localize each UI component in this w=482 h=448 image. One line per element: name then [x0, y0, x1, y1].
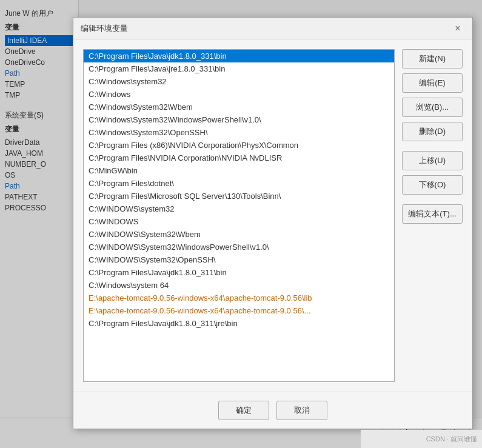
path-list-item[interactable]: C:\Program Files\Java\jdk1.8.0_331\bin — [84, 50, 394, 62]
dialog-title: 编辑环境变量 — [81, 23, 450, 34]
new-button[interactable]: 新建(N) — [402, 49, 463, 69]
path-list-item[interactable]: C:\Program Files\Java\jre1.8.0_331\bin — [84, 62, 394, 75]
dialog-close-button[interactable]: × — [450, 21, 465, 36]
csdn-text: CSDN · 就问谁懂 — [426, 435, 477, 444]
delete-button[interactable]: 删除(D) — [402, 122, 463, 141]
path-list-item[interactable]: E:\apache-tomcat-9.0.56-windows-x64\apac… — [84, 292, 394, 304]
path-list-item[interactable]: C:\Windows — [84, 88, 394, 101]
confirm-button[interactable]: 确定 — [218, 401, 269, 420]
path-list-item[interactable]: C:\Program Files\Microsoft SQL Server\13… — [84, 190, 394, 202]
path-list-container: C:\Program Files\Java\jdk1.8.0_331\binC:… — [83, 49, 395, 382]
path-list-item[interactable]: C:\WINDOWS — [84, 215, 394, 228]
path-list-item[interactable]: C:\Windows\system 64 — [84, 279, 394, 292]
cancel-button[interactable]: 取消 — [276, 401, 327, 420]
path-list-item[interactable]: E:\apache-tomcat-9.0.56-windows-x64\apac… — [84, 304, 394, 317]
move-buttons-group: 上移(U) 下移(O) — [402, 151, 463, 195]
path-list-item[interactable]: C:\Program Files\NVIDIA Corporation\NVID… — [84, 152, 394, 164]
dialog-body: C:\Program Files\Java\jdk1.8.0_331\binC:… — [73, 39, 472, 392]
edit-text-button[interactable]: 编辑文本(T)... — [402, 204, 463, 224]
browse-button[interactable]: 浏览(B)... — [402, 98, 463, 117]
path-list-item[interactable]: C:\Program Files\dotnet\ — [84, 177, 394, 190]
edit-button[interactable]: 编辑(E) — [402, 73, 463, 93]
path-list-item[interactable]: C:\WINDOWS\system32 — [84, 202, 394, 215]
edit-env-dialog: 编辑环境变量 × C:\Program Files\Java\jdk1.8.0_… — [73, 17, 473, 429]
action-buttons-panel: 新建(N) 编辑(E) 浏览(B)... 删除(D) 上移(U) 下移(O) 编… — [402, 49, 463, 382]
path-list-item[interactable]: C:\WINDOWS\System32\Wbem — [84, 228, 394, 241]
path-list-item[interactable]: C:\WINDOWS\System32\WindowsPowerShell\v1… — [84, 241, 394, 253]
path-list-item[interactable]: C:\Windows\System32\Wbem — [84, 101, 394, 113]
path-list-item[interactable]: C:\Windows\System32\OpenSSH\ — [84, 126, 394, 139]
path-list-item[interactable]: C:\Program Files\Java\jdk1.8.0_311\bin — [84, 266, 394, 279]
move-down-button[interactable]: 下移(O) — [402, 175, 463, 195]
path-list-item[interactable]: C:\Windows\system32 — [84, 75, 394, 88]
path-list-item[interactable]: C:\Windows\System32\WindowsPowerShell\v1… — [84, 113, 394, 126]
path-list: C:\Program Files\Java\jdk1.8.0_331\binC:… — [84, 50, 394, 381]
path-list-item[interactable]: C:\MinGW\bin — [84, 164, 394, 177]
dialog-footer: 确定 取消 — [73, 392, 472, 429]
dialog-titlebar: 编辑环境变量 × — [73, 18, 472, 39]
path-list-item[interactable]: C:\WINDOWS\System32\OpenSSH\ — [84, 253, 394, 266]
move-up-button[interactable]: 上移(U) — [402, 151, 463, 170]
path-list-item[interactable]: C:\Program Files (x86)\NVIDIA Corporatio… — [84, 139, 394, 152]
csdn-watermark: CSDN · 就问谁懂 — [361, 430, 482, 448]
path-list-item[interactable]: C:\Program Files\Java\jdk1.8.0_311\jre\b… — [84, 317, 394, 330]
